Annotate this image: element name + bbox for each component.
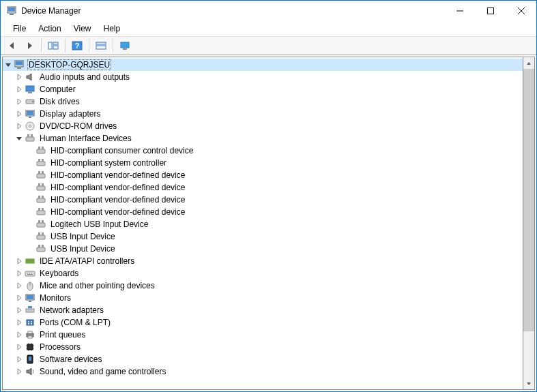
forward-button[interactable] — [22, 38, 37, 53]
tree-device-label: HID-compliant vendor-defined device — [49, 183, 186, 192]
tree-device-label: USB Input Device — [49, 244, 117, 254]
maximize-button[interactable] — [475, 1, 506, 21]
tree-root[interactable]: DESKTOP-GQRJSEU — [3, 59, 523, 71]
tree-device[interactable]: HID-compliant vendor-defined device — [3, 206, 523, 218]
scroll-down-arrow[interactable] — [523, 378, 534, 389]
expander-icon[interactable] — [3, 59, 14, 70]
svg-rect-94 — [29, 357, 31, 361]
svg-rect-54 — [37, 235, 45, 239]
tree-category[interactable]: Print queues — [3, 329, 523, 341]
tree-category[interactable]: Keyboards — [3, 267, 523, 280]
menu-view[interactable]: View — [68, 22, 97, 35]
tree-category[interactable]: Disk drives — [3, 95, 523, 108]
scroll-up-arrow[interactable] — [523, 57, 534, 69]
tree-category-label: Software devices — [38, 355, 103, 364]
scroll-track[interactable] — [523, 69, 534, 378]
tree-category-label: Print queues — [38, 330, 87, 340]
scroll-thumb[interactable] — [523, 69, 534, 331]
expander-icon[interactable] — [14, 96, 25, 107]
tree-category[interactable]: Processors — [3, 341, 523, 353]
svg-rect-44 — [42, 183, 44, 186]
expander-icon[interactable] — [14, 268, 25, 279]
network-icon — [25, 305, 35, 316]
expander-icon[interactable] — [14, 280, 25, 291]
svg-point-24 — [32, 101, 33, 102]
tree-category[interactable]: Display adapters — [3, 108, 523, 120]
tree-device[interactable]: HID-compliant vendor-defined device — [3, 194, 523, 206]
help-button[interactable]: ? — [70, 38, 85, 53]
keyboard-icon — [25, 268, 35, 279]
svg-rect-27 — [29, 117, 31, 118]
svg-rect-22 — [28, 92, 32, 93]
hid-icon — [35, 231, 46, 242]
expander-icon[interactable] — [14, 133, 25, 144]
expander-icon[interactable] — [14, 72, 25, 82]
svg-rect-52 — [38, 220, 40, 223]
menu-help[interactable]: Help — [98, 22, 126, 35]
expander-icon[interactable] — [14, 108, 25, 119]
svg-rect-4 — [487, 8, 493, 14]
expander-icon[interactable] — [14, 329, 25, 340]
tree-category[interactable]: DVD/CD-ROM drives — [3, 120, 523, 132]
hid-icon — [35, 194, 46, 205]
expander-icon[interactable] — [14, 317, 25, 328]
tree-category-label: Ports (COM & LPT) — [38, 318, 112, 327]
tree-device[interactable]: HID-compliant system controller — [3, 157, 523, 169]
svg-rect-20 — [17, 67, 21, 69]
svg-rect-1 — [8, 7, 15, 12]
tree-category[interactable]: Ports (COM & LPT) — [3, 316, 523, 329]
tree-category[interactable]: Human Interface Devices — [3, 132, 523, 145]
tree-category-label: Monitors — [38, 293, 72, 303]
expander-icon[interactable] — [14, 305, 25, 316]
tree-category[interactable]: Computer — [3, 83, 523, 95]
tree-device[interactable]: USB Input Device — [3, 243, 523, 255]
tree-device-label: Logitech USB Input Device — [49, 220, 149, 229]
expander-icon[interactable] — [14, 121, 25, 132]
show-hide-console-button[interactable] — [46, 38, 61, 53]
expander-icon[interactable] — [14, 256, 25, 267]
tree-device[interactable]: Logitech USB Input Device — [3, 218, 523, 230]
close-button[interactable] — [506, 1, 536, 21]
expander-icon[interactable] — [14, 292, 25, 303]
tree-device[interactable]: HID-compliant consumer control device — [3, 145, 523, 157]
tree-category[interactable]: Mice and other pointing devices — [3, 280, 523, 292]
svg-rect-42 — [37, 186, 45, 190]
scan-hardware-button[interactable] — [93, 38, 108, 53]
device-tree-wrap: DESKTOP-GQRJSEU Audio inputs and outputs… — [2, 57, 523, 390]
expander-icon[interactable] — [14, 354, 25, 365]
device-tree[interactable]: DESKTOP-GQRJSEU Audio inputs and outputs… — [3, 57, 523, 389]
tree-category[interactable]: Network adapters — [3, 304, 523, 316]
tree-device[interactable]: USB Input Device — [3, 230, 523, 243]
show-hidden-devices-button[interactable] — [117, 38, 132, 53]
menu-action[interactable]: Action — [33, 22, 66, 35]
svg-rect-47 — [42, 196, 44, 198]
tree-category-label: Audio inputs and outputs — [38, 72, 131, 82]
svg-rect-46 — [38, 196, 40, 198]
expander-icon[interactable] — [14, 342, 25, 352]
svg-rect-67 — [27, 274, 33, 275]
svg-rect-71 — [27, 295, 33, 299]
svg-rect-30 — [26, 137, 34, 141]
svg-rect-31 — [27, 134, 29, 137]
svg-rect-38 — [42, 159, 44, 162]
svg-rect-65 — [29, 273, 30, 273]
expander-icon[interactable] — [14, 84, 25, 95]
vertical-scrollbar[interactable] — [523, 57, 535, 390]
tree-category[interactable]: Sound, video and game controllers — [3, 365, 523, 378]
tree-category[interactable]: Software devices — [3, 353, 523, 365]
hid-icon — [35, 157, 46, 168]
menu-file[interactable]: File — [8, 22, 31, 35]
print-icon — [25, 329, 35, 340]
tree-category[interactable]: Monitors — [3, 292, 523, 304]
tree-category[interactable]: IDE ATA/ATAPI controllers — [3, 255, 523, 267]
svg-rect-41 — [42, 171, 44, 174]
tree-category[interactable]: Audio inputs and outputs — [3, 71, 523, 83]
back-button[interactable] — [5, 38, 20, 53]
expander-icon[interactable] — [14, 366, 25, 377]
tree-device[interactable]: HID-compliant vendor-defined device — [3, 181, 523, 194]
hid-icon — [35, 145, 46, 156]
tree-device[interactable]: HID-compliant vendor-defined device — [3, 169, 523, 181]
svg-rect-60 — [26, 259, 34, 263]
minimize-button[interactable] — [444, 1, 475, 21]
svg-rect-37 — [38, 159, 40, 162]
